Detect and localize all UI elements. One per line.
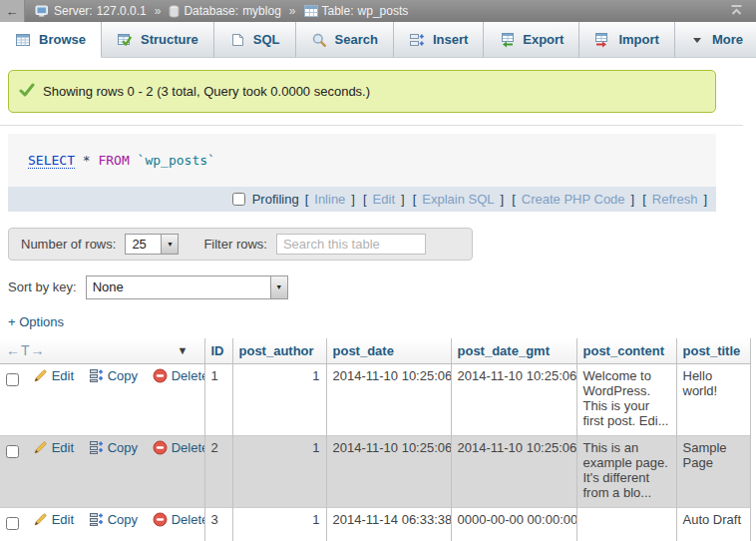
sql-star: * bbox=[83, 153, 99, 168]
breadcrumb-separator: » bbox=[155, 4, 162, 18]
inline-link[interactable]: Inline bbox=[314, 192, 345, 207]
bracket: [ bbox=[363, 192, 367, 207]
edit-action[interactable]: Edit bbox=[33, 512, 74, 527]
delete-action[interactable]: Delete bbox=[153, 368, 204, 383]
delete-link: Delete bbox=[172, 440, 204, 455]
copy-action[interactable]: Copy bbox=[89, 368, 138, 383]
tab-label: Search bbox=[335, 32, 378, 47]
bracket: ] bbox=[631, 192, 635, 207]
table-row: Edit Copy Delete 3 1 2014-11-14 06:33:38… bbox=[0, 507, 750, 541]
breadcrumb-database-value[interactable]: myblog bbox=[242, 4, 281, 18]
profiling-checkbox[interactable] bbox=[232, 193, 245, 206]
cell-post-author: 1 bbox=[232, 363, 326, 435]
column-header-post-title[interactable]: post_title bbox=[676, 338, 750, 363]
rows-per-page-select[interactable]: 25 ▼ bbox=[125, 234, 179, 255]
edit-action[interactable]: Edit bbox=[33, 440, 74, 455]
breadcrumb-separator: » bbox=[289, 4, 296, 18]
cell-post-title: Hello world! bbox=[676, 363, 750, 435]
profiling-label: Profiling bbox=[252, 192, 299, 207]
copy-link: Copy bbox=[108, 368, 138, 383]
sql-document-icon bbox=[229, 32, 245, 48]
tab-sql[interactable]: SQL bbox=[214, 22, 296, 58]
row-checkbox[interactable] bbox=[6, 517, 19, 530]
success-message-text: Showing rows 0 - 2 (3 total, Query took … bbox=[43, 84, 370, 99]
bracket: [ bbox=[642, 192, 646, 207]
table-icon bbox=[304, 5, 318, 17]
actions-header: ←T→ ▼ bbox=[0, 338, 204, 363]
bracket: ] bbox=[401, 192, 405, 207]
cell-post-title: Sample Page bbox=[676, 435, 750, 507]
collapse-top-icon[interactable] bbox=[729, 3, 744, 20]
browse-table-icon bbox=[15, 32, 31, 48]
copy-action[interactable]: Copy bbox=[89, 512, 138, 527]
back-arrow-button[interactable]: ← bbox=[0, 0, 25, 22]
structure-icon bbox=[117, 32, 133, 48]
copy-link: Copy bbox=[108, 440, 138, 455]
refresh-link[interactable]: Refresh bbox=[652, 192, 698, 207]
column-header-id[interactable]: ID bbox=[204, 338, 232, 363]
tab-import[interactable]: Import bbox=[579, 22, 674, 58]
copy-row-icon bbox=[89, 512, 104, 527]
tab-label: Browse bbox=[39, 32, 86, 47]
pencil-icon bbox=[33, 368, 48, 383]
edit-action[interactable]: Edit bbox=[33, 368, 74, 383]
breadcrumb-server-label: Server: bbox=[54, 4, 93, 18]
copy-row-icon bbox=[89, 440, 104, 455]
options-toggle-link[interactable]: + Options bbox=[8, 314, 756, 329]
bracket: ] bbox=[501, 192, 505, 207]
cell-post-title: Auto Draft bbox=[676, 507, 750, 541]
cell-post-content bbox=[576, 507, 676, 541]
tab-label: Import bbox=[618, 32, 658, 47]
copy-link: Copy bbox=[108, 512, 138, 527]
tab-label: More bbox=[712, 32, 743, 47]
filter-search-input[interactable] bbox=[276, 234, 426, 255]
breadcrumb-server-value[interactable]: 127.0.0.1 bbox=[97, 4, 147, 18]
row-actions-cell: Edit Copy Delete bbox=[0, 363, 204, 435]
cell-post-date: 2014-11-10 10:25:06 bbox=[326, 363, 451, 435]
copy-action[interactable]: Copy bbox=[89, 440, 138, 455]
edit-query-link[interactable]: Edit bbox=[373, 192, 395, 207]
delete-link: Delete bbox=[172, 512, 204, 527]
tab-browse[interactable]: Browse bbox=[0, 22, 102, 58]
tab-more[interactable]: More bbox=[675, 22, 756, 58]
bracket: [ bbox=[512, 192, 516, 207]
breadcrumb: Server: 127.0.0.1 » Database: myblog » T… bbox=[35, 4, 408, 18]
tab-label: SQL bbox=[253, 32, 280, 47]
column-header-post-author[interactable]: post_author bbox=[232, 338, 326, 363]
column-header-post-date[interactable]: post_date bbox=[326, 338, 451, 363]
tab-insert[interactable]: Insert bbox=[394, 22, 484, 58]
column-header-post-content[interactable]: post_content bbox=[576, 338, 676, 363]
tab-structure[interactable]: Structure bbox=[102, 22, 214, 58]
insert-row-icon bbox=[409, 32, 425, 48]
sort-by-key-select[interactable]: None ▼ bbox=[86, 275, 288, 299]
edit-link: Edit bbox=[52, 440, 74, 455]
table-header-row: ←T→ ▼ ID post_author post_date post_date… bbox=[0, 338, 750, 363]
cell-post-date: 2014-11-14 06:33:38 bbox=[326, 507, 451, 541]
breadcrumb-bar: ← Server: 127.0.0.1 » Database: myblog »… bbox=[0, 0, 756, 22]
bracket: [ bbox=[413, 192, 417, 207]
column-header-post-date-gmt[interactable]: post_date_gmt bbox=[451, 338, 576, 363]
number-of-rows-label: Number of rows: bbox=[21, 237, 116, 252]
breadcrumb-table-label: Table: bbox=[322, 4, 354, 18]
tab-export[interactable]: Export bbox=[484, 22, 579, 58]
sort-indicator-icon[interactable]: ▼ bbox=[178, 344, 189, 356]
create-php-code-link[interactable]: Create PHP Code bbox=[522, 192, 625, 207]
row-checkbox[interactable] bbox=[6, 373, 19, 386]
cell-post-date: 2014-11-10 10:25:06 bbox=[326, 435, 451, 507]
breadcrumb-table-value[interactable]: wp_posts bbox=[358, 4, 409, 18]
delete-icon bbox=[153, 368, 168, 383]
cell-post-content: This is an example page. It's different … bbox=[576, 435, 676, 507]
sql-keyword-select[interactable]: SELECT bbox=[28, 153, 75, 169]
delete-action[interactable]: Delete bbox=[153, 440, 204, 455]
delete-link: Delete bbox=[172, 368, 204, 383]
tab-search[interactable]: Search bbox=[296, 22, 394, 58]
explain-sql-link[interactable]: Explain SQL bbox=[422, 192, 494, 207]
display-direction-icon[interactable]: ←T→ bbox=[6, 342, 46, 358]
server-icon bbox=[35, 5, 50, 18]
row-checkbox[interactable] bbox=[6, 445, 19, 458]
cell-post-content: Welcome to WordPress. This is your first… bbox=[576, 363, 676, 435]
chevron-down-icon bbox=[690, 33, 704, 47]
delete-action[interactable]: Delete bbox=[153, 512, 204, 527]
pencil-icon bbox=[33, 512, 48, 527]
bracket: [ bbox=[305, 192, 309, 207]
